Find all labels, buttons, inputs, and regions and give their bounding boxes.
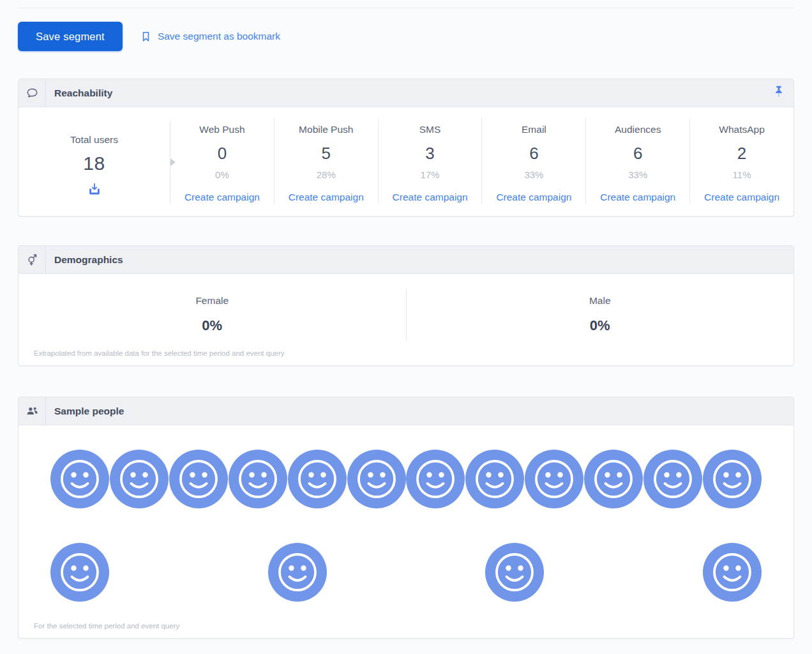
smiley-face-icon (525, 450, 583, 508)
reachability-header: Reachability (19, 79, 793, 107)
channel-value: 0 (218, 144, 227, 164)
demographics-header: Demographics (19, 246, 793, 274)
channel-column-audiences: Audiences 6 33% Create campaign (585, 118, 689, 203)
smiley-face-icon (465, 450, 524, 508)
save-segment-button[interactable]: Save segment (18, 22, 123, 51)
channel-value: 2 (737, 144, 746, 164)
smiley-face-icon (50, 450, 109, 508)
sample-person-avatar (50, 450, 109, 508)
demographics-footnote: Extrapolated from available data for the… (19, 348, 793, 365)
demographic-label: Female (19, 295, 406, 307)
chat-bubble-icon (19, 79, 46, 107)
demographics-panel: Demographics Female 0% Male 0% Extrapola… (18, 245, 794, 366)
page-content: Save segment Save segment as bookmark Re… (0, 8, 812, 639)
channel-percent: 11% (733, 169, 751, 180)
create-campaign-link[interactable]: Create campaign (184, 192, 260, 203)
download-button[interactable] (86, 180, 103, 200)
channel-label: Web Push (199, 124, 244, 135)
create-campaign-link[interactable]: Create campaign (289, 192, 364, 203)
top-divider (18, 8, 794, 8)
actions-row: Save segment Save segment as bookmark (18, 22, 794, 51)
channel-label: Mobile Push (299, 124, 353, 135)
sample-person-avatar (525, 450, 583, 508)
header-spacer (123, 246, 793, 273)
smiley-face-icon (268, 543, 327, 602)
total-users-value: 18 (83, 153, 105, 174)
pin-button[interactable] (764, 79, 793, 107)
bookmark-icon (140, 31, 152, 43)
pin-icon (772, 85, 785, 101)
channel-value: 5 (322, 144, 331, 164)
reachability-panel: Reachability Total users 18 (18, 79, 794, 217)
sample-person-avatar (703, 450, 762, 508)
create-campaign-link[interactable]: Create campaign (704, 192, 779, 203)
channel-value: 6 (633, 144, 642, 164)
channel-label: Email (522, 124, 546, 135)
download-icon (87, 189, 102, 199)
sample-people-footnote: For the selected time period and event q… (19, 621, 793, 638)
smiley-face-icon (485, 543, 544, 602)
save-bookmark-label: Save segment as bookmark (158, 31, 280, 42)
people-group-icon (19, 397, 46, 425)
header-spacer (124, 397, 793, 425)
sample-person-avatar (229, 450, 287, 508)
smiley-face-icon (703, 450, 762, 508)
channel-percent: 17% (421, 169, 440, 180)
sample-person-avatar (268, 543, 327, 602)
sample-person-avatar (50, 543, 109, 602)
smiley-face-icon (643, 450, 702, 508)
sample-person-avatar (643, 450, 702, 508)
sample-person-avatar (110, 450, 169, 508)
demographics-title: Demographics (46, 246, 123, 273)
sample-people-grid (19, 425, 793, 602)
demographic-male: Male 0% (406, 289, 794, 340)
demographic-female: Female 0% (19, 289, 406, 340)
channel-percent: 33% (524, 169, 543, 180)
smiley-face-icon (110, 450, 169, 508)
channel-value: 6 (529, 144, 538, 164)
channels-row: Web Push 0 0% Create campaign Mobile Pus… (170, 107, 793, 216)
sample-person-avatar (485, 543, 544, 602)
save-bookmark-link[interactable]: Save segment as bookmark (140, 31, 280, 43)
sample-person-avatar (288, 450, 347, 508)
demographic-value: 0% (407, 317, 794, 334)
smiley-face-icon (703, 543, 762, 602)
create-campaign-link[interactable]: Create campaign (393, 192, 468, 203)
sample-person-avatar (703, 543, 762, 602)
channel-label: WhatsApp (719, 124, 765, 135)
sample-people-title: Sample people (46, 397, 124, 425)
header-spacer (112, 79, 764, 107)
smiley-face-icon (169, 450, 228, 508)
channel-label: Audiences (615, 124, 661, 135)
sample-person-avatar (169, 450, 228, 508)
channel-percent: 33% (628, 169, 647, 180)
sample-person-avatar (406, 450, 465, 508)
create-campaign-link[interactable]: Create campaign (600, 192, 675, 203)
caret-right-icon[interactable] (170, 158, 176, 166)
sample-people-header: Sample people (19, 397, 793, 425)
sample-person-avatar (465, 450, 524, 508)
create-campaign-link[interactable]: Create campaign (496, 192, 571, 203)
smiley-face-icon (584, 450, 643, 508)
channel-value: 3 (425, 144, 434, 164)
channel-label: SMS (419, 124, 441, 135)
demographic-label: Male (407, 295, 794, 307)
channel-percent: 0% (215, 169, 229, 180)
channel-column-whatsapp: WhatsApp 2 11% Create campaign (689, 118, 793, 203)
smiley-face-icon (347, 450, 406, 508)
sample-person-avatar (347, 450, 406, 508)
total-users-block: Total users 18 (19, 107, 170, 216)
smiley-face-icon (288, 450, 347, 508)
channel-column-web-push: Web Push 0 0% Create campaign (170, 118, 274, 203)
total-users-label: Total users (70, 134, 118, 146)
demographic-value: 0% (19, 317, 406, 334)
reachability-body: Total users 18 Web Push (19, 107, 793, 216)
channel-column-email: Email 6 33% Create campaign (481, 118, 585, 203)
total-divider (170, 121, 170, 203)
gender-icon (19, 246, 46, 273)
smiley-face-icon (406, 450, 465, 508)
channel-percent: 28% (317, 169, 336, 180)
demographics-body: Female 0% Male 0% (19, 274, 793, 348)
channel-column-sms: SMS 3 17% Create campaign (378, 118, 482, 203)
channel-column-mobile-push: Mobile Push 5 28% Create campaign (274, 118, 378, 203)
